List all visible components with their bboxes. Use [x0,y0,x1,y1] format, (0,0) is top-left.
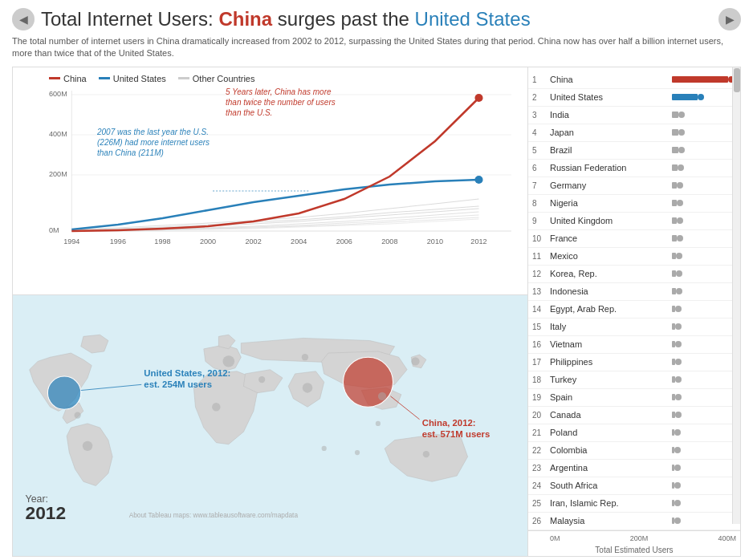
rank-bar [672,164,678,171]
rank-row[interactable]: 3India [528,107,740,124]
svg-point-26 [303,383,312,392]
rank-row[interactable]: 13Indonesia [528,283,740,301]
rank-row[interactable]: 8Nigeria [528,195,740,213]
rank-list[interactable]: 1China2United States3India4Japan5Brazil6… [528,71,740,530]
rank-axis: 0M 200M 400M [532,534,736,544]
svg-text:2012: 2012 [26,502,67,523]
rank-dot [675,359,682,365]
rank-country-name: United States [550,92,672,102]
rank-bar-container [672,145,736,155]
rank-row[interactable]: 23Argentina [528,460,740,477]
svg-text:About Tableau maps: www.tablea: About Tableau maps: www.tableausoftware.… [129,512,299,519]
rank-dot [677,217,683,224]
svg-text:600M: 600M [49,90,67,98]
main-container: ◀ Total Internet Users: China surges pas… [0,0,753,560]
legend-china-label: China [63,74,87,83]
rank-number: 9 [532,217,550,225]
nav-next-button[interactable]: ▶ [718,8,741,30]
rank-number: 26 [532,517,550,526]
rank-number: 18 [532,375,550,384]
rank-number: 5 [532,146,550,155]
rank-row[interactable]: 11Mexico [528,248,740,266]
rank-dot [675,323,682,330]
rank-row[interactable]: 2United States [528,89,740,107]
rank-bar-container [672,163,736,172]
svg-text:China, 2012:: China, 2012: [422,418,476,428]
rank-dot [678,164,684,171]
svg-point-28 [212,403,220,411]
rank-country-name: India [550,110,672,120]
rank-number: 6 [532,164,550,172]
rank-row[interactable]: 6Russian Federation [528,160,740,177]
rank-dot [677,235,683,241]
rank-row[interactable]: 5Brazil [528,142,740,160]
rank-row[interactable]: 12Korea, Rep. [528,266,740,283]
china-swatch [49,77,60,79]
svg-point-33 [75,412,81,418]
rank-row[interactable]: 15Italy [528,319,740,336]
rank-row[interactable]: 24South Africa [528,477,740,495]
rank-bar-container [672,516,736,526]
rank-country-name: Japan [550,128,672,137]
rank-row[interactable]: 19Spain [528,389,740,407]
legend-us-label: United States [113,74,166,83]
rank-row[interactable]: 9United Kingdom [528,213,740,230]
scroll-thumb[interactable] [734,68,740,92]
rank-number: 19 [532,393,550,402]
svg-point-25 [223,355,234,367]
rank-country-name: South Africa [550,481,672,490]
rank-row[interactable]: 1China [528,71,740,89]
scrollbar[interactable] [732,67,740,524]
rank-bar-container [672,216,736,225]
rank-footer: 0M 200M 400M Total Estimated Users [528,530,740,556]
svg-point-30 [411,357,419,365]
rank-row[interactable]: 18Turkey [528,371,740,389]
svg-text:1996: 1996 [110,237,126,246]
rank-bar-container [672,198,736,208]
rank-row[interactable]: 14Egypt, Arab Rep. [528,301,740,319]
rank-dot [674,447,681,453]
rank-dot [677,182,683,189]
axis-label-400m: 400M [718,534,736,542]
rank-bar [672,94,698,100]
svg-text:2010: 2010 [427,237,443,246]
rank-row[interactable]: 20Canada [528,407,740,424]
rank-country-name: Spain [550,392,672,402]
rank-row[interactable]: 16Vietnam [528,336,740,354]
svg-point-32 [258,376,265,383]
rank-bar-container [672,286,736,296]
rank-bar-container [672,322,736,331]
svg-point-31 [423,451,429,457]
rank-country-name: Mexico [550,251,672,261]
svg-point-34 [302,354,308,360]
rank-country-name: Vietnam [550,339,672,349]
rank-number: 10 [532,234,550,243]
rank-number: 2 [532,93,550,102]
rank-row[interactable]: 26Malaysia [528,513,740,530]
rank-country-name: China [550,75,672,84]
rank-country-name: Turkey [550,375,672,384]
svg-point-37 [376,421,381,426]
rank-number: 13 [532,287,550,296]
rank-row[interactable]: 21Poland [528,424,740,442]
rank-row[interactable]: 10France [528,230,740,248]
rank-country-name: France [550,233,672,243]
rank-row[interactable]: 17Philippines [528,354,740,371]
rank-country-name: Philippines [550,357,672,367]
annotation-china: 5 Years later, China has more than twice… [226,87,346,118]
nav-prev-button[interactable]: ◀ [12,8,35,30]
svg-point-24 [343,357,393,407]
rank-row[interactable]: 4Japan [528,124,740,142]
rank-dot [675,341,682,347]
rank-bar [672,112,678,118]
rank-row[interactable]: 22Colombia [528,442,740,460]
rank-dot [676,288,682,294]
other-swatch [178,77,189,79]
rank-dot [678,147,685,153]
rank-row[interactable]: 7Germany [528,177,740,195]
rank-country-name: Korea, Rep. [550,269,672,278]
rank-country-name: Malaysia [550,516,672,526]
rank-dot [676,270,682,277]
rank-number: 7 [532,181,550,190]
rank-row[interactable]: 25Iran, Islamic Rep. [528,495,740,513]
